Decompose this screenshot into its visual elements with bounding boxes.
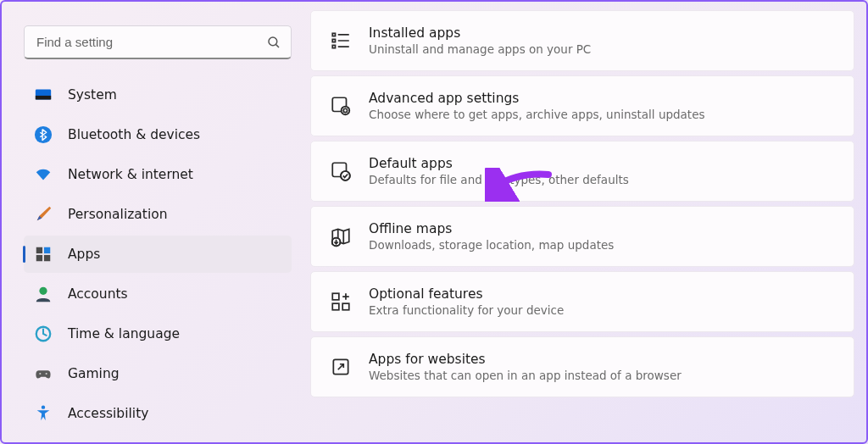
sidebar-item-time-language[interactable]: Time & language (24, 315, 292, 352)
sidebar-nav: System Bluetooth & devices Network & int… (19, 76, 297, 432)
bluetooth-icon (34, 125, 53, 144)
app-gear-icon (330, 95, 352, 117)
card-text: Default apps Defaults for file and link … (369, 156, 835, 186)
svg-rect-30 (342, 303, 349, 310)
svg-rect-18 (332, 45, 335, 47)
sidebar-item-label: Accounts (68, 286, 281, 302)
search-container (24, 25, 292, 59)
grid-plus-icon (330, 291, 352, 313)
settings-layout: System Bluetooth & devices Network & int… (2, 2, 866, 442)
apps-icon (34, 245, 53, 264)
svg-point-12 (46, 373, 47, 375)
svg-rect-16 (332, 39, 335, 42)
svg-rect-6 (44, 247, 50, 253)
sidebar-item-label: Personalization (68, 207, 281, 222)
card-title: Installed apps (369, 25, 835, 41)
svg-point-21 (342, 107, 350, 115)
sidebar-item-label: Time & language (68, 326, 281, 341)
svg-point-9 (39, 287, 47, 295)
sidebar-item-gaming[interactable]: Gaming (24, 355, 292, 392)
svg-line-1 (276, 45, 279, 47)
svg-point-13 (42, 405, 45, 408)
card-text: Offline maps Downloads, storage location… (369, 221, 835, 252)
map-download-icon (330, 225, 352, 247)
sidebar-item-label: Accessibility (68, 406, 281, 421)
app-check-icon (330, 160, 352, 182)
card-apps-for-websites[interactable]: Apps for websites Websites that can open… (310, 336, 854, 397)
sidebar-item-label: Bluetooth & devices (68, 127, 281, 142)
system-icon (34, 86, 53, 104)
sidebar-item-bluetooth[interactable]: Bluetooth & devices (24, 116, 292, 153)
sidebar-item-label: System (68, 87, 281, 103)
svg-rect-28 (332, 293, 339, 300)
sidebar-item-system[interactable]: System (24, 76, 292, 114)
main-content: Installed apps Uninstall and manage apps… (307, 10, 858, 442)
card-text: Optional features Extra functionality fo… (369, 286, 835, 317)
card-default-apps[interactable]: Default apps Defaults for file and link … (310, 141, 854, 202)
list-icon (330, 30, 352, 52)
card-offline-maps[interactable]: Offline maps Downloads, storage location… (310, 206, 854, 267)
sidebar-item-personalization[interactable]: Personalization (24, 196, 292, 233)
sidebar-item-accessibility[interactable]: Accessibility (24, 395, 292, 432)
svg-rect-29 (332, 303, 339, 310)
svg-rect-7 (36, 255, 42, 261)
svg-rect-8 (44, 255, 50, 261)
sidebar: System Bluetooth & devices Network & int… (19, 10, 307, 442)
card-title: Advanced app settings (369, 91, 835, 106)
card-subtitle: Downloads, storage location, map updates (369, 238, 835, 252)
card-title: Optional features (369, 286, 835, 302)
sidebar-item-label: Gaming (68, 366, 281, 381)
card-title: Default apps (369, 156, 835, 171)
gaming-icon (34, 364, 53, 383)
sidebar-item-label: Apps (68, 247, 281, 262)
svg-rect-3 (36, 96, 51, 100)
wifi-icon (34, 165, 53, 184)
accounts-icon (34, 285, 53, 303)
card-subtitle: Defaults for file and link types, other … (369, 173, 835, 186)
sidebar-item-apps[interactable]: Apps (24, 236, 292, 273)
card-text: Apps for websites Websites that can open… (369, 352, 835, 382)
svg-point-11 (39, 373, 41, 375)
sidebar-item-network[interactable]: Network & internet (24, 156, 292, 193)
card-subtitle: Uninstall and manage apps on your PC (369, 42, 835, 56)
card-title: Offline maps (369, 221, 835, 236)
card-subtitle: Choose where to get apps, archive apps, … (369, 108, 835, 121)
search-input[interactable] (24, 25, 292, 59)
card-text: Installed apps Uninstall and manage apps… (369, 25, 835, 56)
card-text: Advanced app settings Choose where to ge… (369, 91, 835, 121)
clock-globe-icon (34, 325, 53, 343)
card-optional-features[interactable]: Optional features Extra functionality fo… (310, 271, 854, 332)
paintbrush-icon (34, 205, 53, 224)
svg-point-0 (269, 37, 277, 46)
card-installed-apps[interactable]: Installed apps Uninstall and manage apps… (310, 10, 854, 71)
card-subtitle: Extra functionality for your device (369, 303, 835, 317)
card-title: Apps for websites (369, 352, 835, 367)
accessibility-icon (34, 404, 53, 423)
sidebar-item-accounts[interactable]: Accounts (24, 275, 292, 313)
card-subtitle: Websites that can open in an app instead… (369, 369, 835, 382)
sidebar-item-label: Network & internet (68, 167, 281, 182)
card-advanced-app-settings[interactable]: Advanced app settings Choose where to ge… (310, 75, 854, 136)
svg-rect-14 (332, 33, 335, 36)
search-icon (266, 35, 281, 50)
open-external-icon (330, 356, 352, 378)
svg-rect-5 (36, 247, 42, 253)
